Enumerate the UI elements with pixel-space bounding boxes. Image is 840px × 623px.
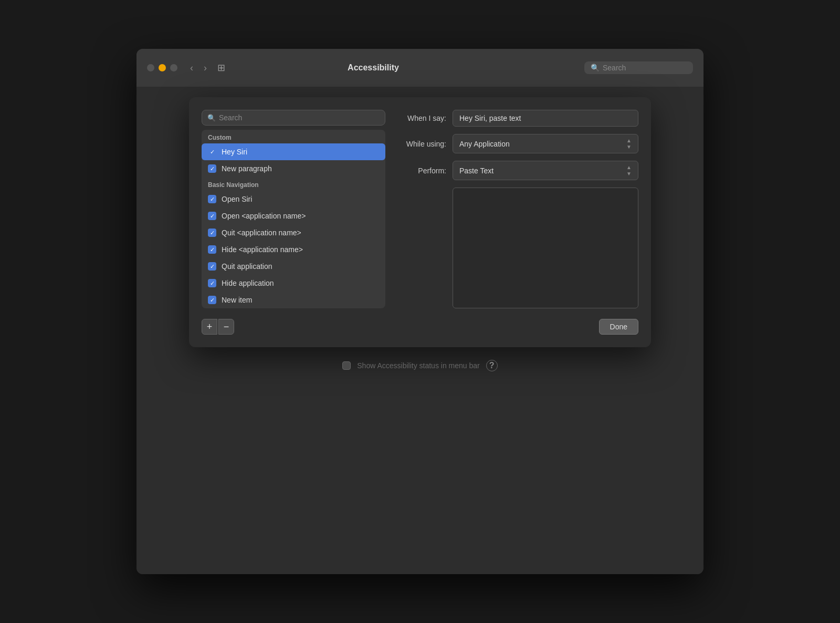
section-header-basic-nav: Basic Navigation [202,177,385,191]
list-item-hide-app-name[interactable]: ✓ Hide <application name> [202,241,385,258]
inner-dialog: 🔍 Custom ✓ Hey Siri ✓ New paragraph [189,97,651,347]
add-button[interactable]: + [202,319,217,335]
checkbox-hey-siri[interactable]: ✓ [208,148,216,156]
select-arrows-while-using: ▲ ▼ [626,138,632,150]
right-panel: When I say: Hey Siri, paste text While u… [394,110,638,308]
search-icon: 🔍 [207,114,216,122]
item-label-open-app-name: Open <application name> [222,212,306,220]
item-label-new-item: New item [222,296,252,304]
checkbox-quit-app-name[interactable]: ✓ [208,229,216,237]
perform-label: Perform: [394,167,446,175]
list-item-hide-app[interactable]: ✓ Hide application [202,275,385,292]
item-label-hide-app-name: Hide <application name> [222,245,303,254]
main-content: 🔍 Custom ✓ Hey Siri ✓ New paragraph [136,87,704,574]
title-bar: ‹ › ⊞ Accessibility 🔍 [136,49,704,87]
list-item-quit-app-name[interactable]: ✓ Quit <application name> [202,224,385,241]
item-label-hey-siri: Hey Siri [222,148,247,156]
when-i-say-label: When I say: [394,114,446,122]
status-label: Show Accessibility status in menu bar [357,361,479,370]
textarea-row [394,188,638,308]
when-i-say-value[interactable]: Hey Siri, paste text [453,110,638,127]
dialog-bottom: + − Done [202,317,638,335]
done-button[interactable]: Done [599,319,638,335]
perform-value: Paste Text [459,167,494,175]
section-header-custom: Custom [202,130,385,143]
checkbox-new-item[interactable]: ✓ [208,296,216,304]
item-label-quit-app: Quit application [222,262,272,271]
left-panel: 🔍 Custom ✓ Hey Siri ✓ New paragraph [202,110,385,308]
search-input[interactable] [219,113,380,122]
list-container: Custom ✓ Hey Siri ✓ New paragraph Basic … [202,130,385,308]
list-item-hey-siri[interactable]: ✓ Hey Siri [202,143,385,160]
outer-bottom: Show Accessibility status in menu bar ? [311,347,529,384]
titlebar-search-icon: 🔍 [591,64,600,72]
outer-window: ‹ › ⊞ Accessibility 🔍 🔍 Cu [136,49,704,574]
status-checkbox[interactable] [342,361,351,370]
checkbox-new-paragraph[interactable]: ✓ [208,164,216,173]
titlebar-search-input[interactable] [603,64,687,72]
list-item-quit-app[interactable]: ✓ Quit application [202,258,385,275]
close-button[interactable] [147,64,154,71]
help-button[interactable]: ? [486,360,498,371]
list-item-open-siri[interactable]: ✓ Open Siri [202,191,385,207]
item-label-open-siri: Open Siri [222,195,252,203]
while-using-row: While using: Any Application ▲ ▼ [394,134,638,153]
select-arrows-perform: ▲ ▼ [626,164,632,176]
add-remove-group: + − [202,319,234,335]
window-title: Accessibility [162,63,584,72]
checkbox-quit-app[interactable]: ✓ [208,262,216,271]
item-label-new-paragraph: New paragraph [222,164,272,173]
titlebar-search: 🔍 [584,61,693,74]
remove-button[interactable]: − [218,319,234,335]
while-using-label: While using: [394,140,446,148]
checkbox-open-siri[interactable]: ✓ [208,195,216,203]
checkbox-hide-app-name[interactable]: ✓ [208,245,216,254]
while-using-select[interactable]: Any Application ▲ ▼ [453,134,638,153]
when-i-say-row: When I say: Hey Siri, paste text [394,110,638,127]
search-wrap: 🔍 [202,110,385,126]
list-item-open-app-name[interactable]: ✓ Open <application name> [202,207,385,224]
item-label-quit-app-name: Quit <application name> [222,229,301,237]
text-area[interactable] [453,188,638,308]
list-item-new-item[interactable]: ✓ New item [202,292,385,308]
checkbox-hide-app[interactable]: ✓ [208,279,216,287]
dialog-top: 🔍 Custom ✓ Hey Siri ✓ New paragraph [202,110,638,308]
item-label-hide-app: Hide application [222,279,274,287]
list-item-new-paragraph[interactable]: ✓ New paragraph [202,160,385,177]
perform-row: Perform: Paste Text ▲ ▼ [394,161,638,180]
checkbox-open-app-name[interactable]: ✓ [208,212,216,220]
perform-select[interactable]: Paste Text ▲ ▼ [453,161,638,180]
while-using-value: Any Application [459,140,510,148]
